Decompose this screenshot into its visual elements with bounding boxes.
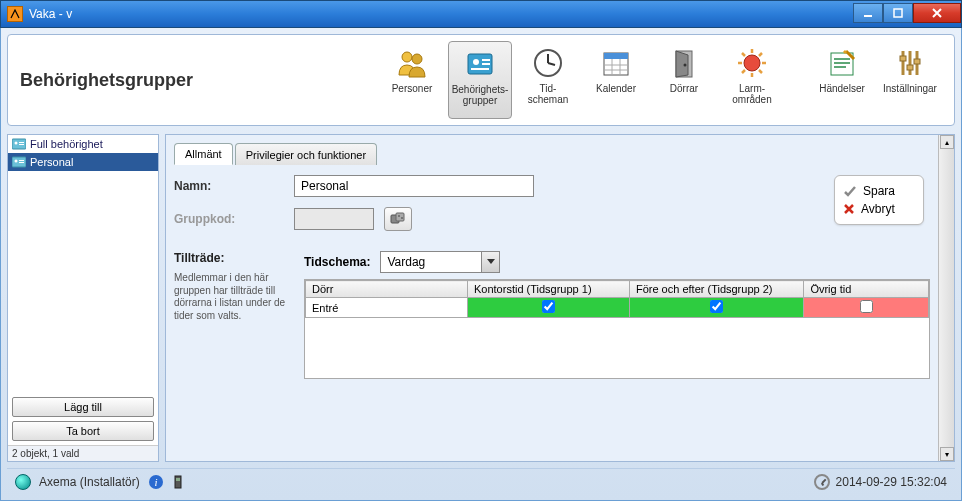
checkbox-group2[interactable] (710, 300, 723, 313)
svg-rect-29 (19, 144, 24, 145)
svg-rect-33 (19, 162, 24, 163)
window-title: Vaka - v (29, 7, 72, 21)
svg-rect-8 (471, 68, 489, 70)
tab-allmant[interactable]: Allmänt (174, 143, 233, 165)
svg-rect-28 (19, 142, 24, 143)
table-row[interactable]: Entré (306, 298, 929, 318)
group-list-panel: Full behörighet Personal Lägg till Ta bo… (7, 134, 159, 462)
device-icon[interactable] (172, 474, 184, 490)
col-group1[interactable]: Kontorstid (Tidsgrupp 1) (467, 281, 629, 298)
status-bar: Axema (Installatör) i 2014-09-29 15:32:0… (7, 468, 955, 494)
col-other[interactable]: Övrig tid (804, 281, 929, 298)
window-close-button[interactable] (913, 3, 961, 23)
svg-point-17 (684, 64, 687, 67)
checkbox-group1[interactable] (542, 300, 555, 313)
groupcode-regen-button[interactable] (384, 207, 412, 231)
info-icon[interactable]: i (148, 474, 164, 490)
access-description: Medlemmar i den här gruppen har tillträd… (174, 272, 294, 322)
groupcode-input (294, 208, 374, 230)
svg-text:i: i (154, 476, 157, 488)
x-icon (843, 203, 855, 215)
connection-icon (15, 474, 31, 490)
svg-rect-40 (175, 476, 181, 488)
svg-rect-11 (604, 53, 628, 59)
svg-point-36 (398, 215, 400, 217)
cell-other[interactable] (804, 298, 929, 318)
svg-point-2 (402, 52, 412, 62)
alarm-icon (734, 45, 770, 81)
toolbar-ribbon: Behörighetsgrupper Personer (7, 34, 955, 126)
svg-point-5 (473, 59, 479, 65)
dice-icon (390, 212, 406, 226)
detail-panel: Allmänt Privilegier och funktioner Namn:… (165, 134, 955, 462)
clock-icon (814, 474, 830, 490)
ribbon-label: Tid- scheman (528, 83, 569, 105)
svg-rect-1 (894, 9, 902, 17)
vertical-scrollbar[interactable]: ▴ ▾ (938, 135, 954, 461)
scroll-down-button[interactable]: ▾ (940, 447, 954, 461)
svg-rect-35 (396, 213, 404, 221)
svg-rect-25 (914, 59, 920, 64)
sidebar-item-personal[interactable]: Personal (8, 153, 158, 171)
door-icon (666, 45, 702, 81)
save-button[interactable]: Spara (843, 182, 915, 200)
datetime-label: 2014-09-29 15:32:04 (836, 475, 947, 489)
ribbon-item-personer[interactable]: Personer (380, 41, 444, 119)
ribbon-item-behorighetsgrupper[interactable]: Behörighets- grupper (448, 41, 512, 119)
svg-point-3 (412, 54, 422, 64)
chevron-down-icon (481, 252, 499, 272)
ribbon-label: Personer (392, 83, 433, 94)
sidebar-item-full-behorighet[interactable]: Full behörighet (8, 135, 158, 153)
window-maximize-button[interactable] (883, 3, 913, 23)
calendar-icon (598, 45, 634, 81)
ribbon-label: Dörrar (670, 83, 698, 94)
svg-point-37 (401, 217, 403, 219)
app-icon (7, 6, 23, 22)
schedule-label: Tidschema: (304, 255, 370, 269)
svg-rect-41 (176, 478, 180, 481)
schedule-select[interactable]: Vardag (380, 251, 500, 273)
access-heading: Tillträde: (174, 251, 294, 266)
page-title: Behörighetsgrupper (20, 70, 193, 91)
ribbon-label: Behörighets- grupper (452, 84, 509, 106)
group-card-icon (12, 138, 26, 150)
col-group2[interactable]: Före och efter (Tidsgrupp 2) (629, 281, 803, 298)
ribbon-label: Händelser (819, 83, 865, 94)
scroll-up-button[interactable]: ▴ (940, 135, 954, 149)
col-door[interactable]: Dörr (306, 281, 468, 298)
svg-rect-23 (900, 56, 906, 61)
door-cell: Entré (306, 298, 468, 318)
add-button[interactable]: Lägg till (12, 397, 154, 417)
groups-icon (462, 46, 498, 82)
sidebar-item-label: Personal (30, 156, 73, 168)
tab-privilegier[interactable]: Privilegier och funktioner (235, 143, 377, 165)
access-table: Dörr Kontorstid (Tidsgrupp 1) Före och e… (305, 280, 929, 318)
svg-point-18 (744, 55, 760, 71)
svg-point-27 (15, 142, 18, 145)
cell-group2[interactable] (629, 298, 803, 318)
ribbon-item-larmomraden[interactable]: Larm- områden (720, 41, 784, 119)
svg-rect-32 (19, 160, 24, 161)
svg-point-31 (15, 160, 18, 163)
events-icon (824, 45, 860, 81)
check-icon (843, 184, 857, 198)
ribbon-label: Kalender (596, 83, 636, 94)
window-titlebar: Vaka - v (0, 0, 962, 28)
ribbon-item-kalender[interactable]: Kalender (584, 41, 648, 119)
window-minimize-button[interactable] (853, 3, 883, 23)
cancel-button[interactable]: Avbryt (843, 200, 915, 218)
clock-icon (530, 45, 566, 81)
ribbon-item-handelser[interactable]: Händelser (810, 41, 874, 119)
ribbon-item-tidscheman[interactable]: Tid- scheman (516, 41, 580, 119)
ribbon-item-dorrar[interactable]: Dörrar (652, 41, 716, 119)
cell-group1[interactable] (467, 298, 629, 318)
action-box: Spara Avbryt (834, 175, 924, 225)
user-label: Axema (Installatör) (39, 475, 140, 489)
checkbox-other[interactable] (860, 300, 873, 313)
name-input[interactable] (294, 175, 534, 197)
remove-button[interactable]: Ta bort (12, 421, 154, 441)
ribbon-label: Larm- områden (732, 83, 771, 105)
sidebar-item-label: Full behörighet (30, 138, 103, 150)
ribbon-item-installningar[interactable]: Inställningar (878, 41, 942, 119)
settings-icon (892, 45, 928, 81)
